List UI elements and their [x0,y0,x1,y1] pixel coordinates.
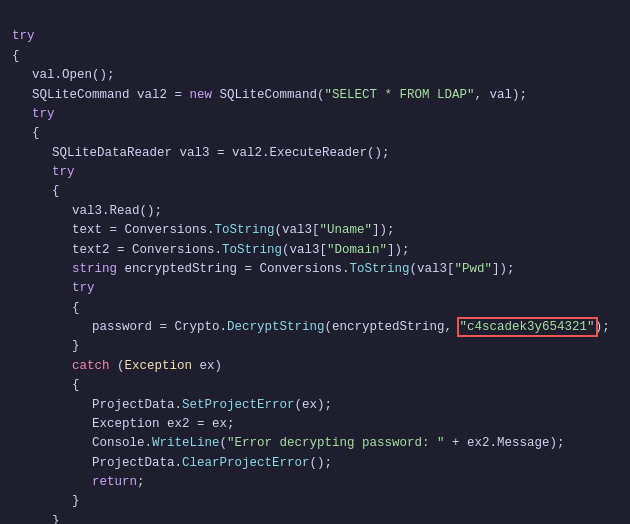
code-line: string encryptedString = Conversions.ToS… [12,260,618,279]
token: SQLiteCommand( [212,88,325,102]
code-line: { [12,376,618,395]
token: ]); [387,243,410,257]
code-line: } [12,512,618,524]
token: } [52,514,60,524]
token: SetProjectError [182,398,295,412]
code-line: text = Conversions.ToString(val3["Uname"… [12,221,618,240]
code-line: try [12,105,618,124]
token: ; [137,475,145,489]
token: (ex); [295,398,333,412]
code-line: ProjectData.ClearProjectError(); [12,454,618,473]
code-line: try [12,279,618,298]
token: WriteLine [152,436,220,450]
token: "c4scadek3y654321" [460,320,595,334]
token: { [32,126,40,140]
token: (val3[ [282,243,327,257]
code-line: val3.Read(); [12,202,618,221]
token: ToString [222,243,282,257]
token: val.Open(); [32,68,115,82]
token: ]); [372,223,395,237]
token: (encryptedString, [325,320,460,334]
code-line: try [12,27,618,46]
token: text2 = Conversions. [72,243,222,257]
token: catch [72,359,110,373]
token: ); [595,320,610,334]
code-line: SQLiteDataReader val3 = val2.ExecuteRead… [12,144,618,163]
code-line: ProjectData.SetProjectError(ex); [12,396,618,415]
code-line: { [12,182,618,201]
token: } [72,494,80,508]
code-line: try [12,163,618,182]
token: "Domain" [327,243,387,257]
token: SQLiteDataReader val3 = val2.ExecuteRead… [52,146,390,160]
code-line: text2 = Conversions.ToString(val3["Domai… [12,241,618,260]
token: Console. [92,436,152,450]
token: , val); [475,88,528,102]
token: DecryptString [227,320,325,334]
token: "Uname" [320,223,373,237]
token: ProjectData. [92,456,182,470]
code-line: { [12,124,618,143]
code-line: catch (Exception ex) [12,357,618,376]
token: try [32,107,55,121]
token: Exception ex2 = ex; [92,417,235,431]
code-line: return; [12,473,618,492]
token: password = Crypto. [92,320,227,334]
token: } [72,339,80,353]
code-line: { [12,299,618,318]
token: encryptedString = Conversions. [117,262,350,276]
code-line: password = Crypto.DecryptString(encrypte… [12,318,618,337]
token: { [72,301,80,315]
token: "Error decrypting password: " [227,436,445,450]
token: ex) [192,359,222,373]
code-line: val.Open(); [12,66,618,85]
token: text = Conversions. [72,223,215,237]
token: Exception [125,359,193,373]
code-line: } [12,492,618,511]
token: val3.Read(); [72,204,162,218]
token: string [72,262,117,276]
code-editor: try{val.Open();SQLiteCommand val2 = new … [0,0,630,524]
code-line: { [12,47,618,66]
token: + ex2.Message); [445,436,565,450]
token: new [190,88,213,102]
token: ClearProjectError [182,456,310,470]
token: SQLiteCommand val2 = [32,88,190,102]
token: ( [110,359,125,373]
token: try [12,29,35,43]
token: ToString [350,262,410,276]
token: (val3[ [275,223,320,237]
token: ToString [215,223,275,237]
token: ProjectData. [92,398,182,412]
token: try [72,281,95,295]
token: { [72,378,80,392]
token: { [52,184,60,198]
code-line: SQLiteCommand val2 = new SQLiteCommand("… [12,86,618,105]
token: ( [220,436,228,450]
code-line: Console.WriteLine("Error decrypting pass… [12,434,618,453]
token: (); [310,456,333,470]
token: { [12,49,20,63]
code-line: Exception ex2 = ex; [12,415,618,434]
token: try [52,165,75,179]
token: return [92,475,137,489]
token: "SELECT * FROM LDAP" [325,88,475,102]
code-line: } [12,337,618,356]
token: ]); [492,262,515,276]
token: "Pwd" [455,262,493,276]
token: (val3[ [410,262,455,276]
